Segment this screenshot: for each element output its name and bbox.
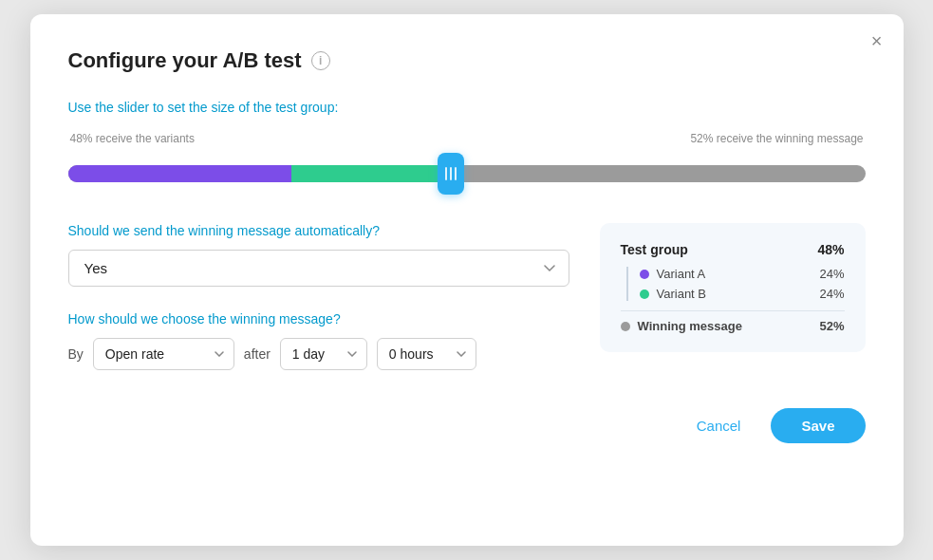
winning-value: 52%: [819, 319, 844, 333]
winning-row: By Open rate Click rate Conversion rate …: [68, 338, 569, 370]
variant-a-label: Variant A: [657, 267, 812, 281]
main-content: Should we send the winning message autom…: [68, 223, 866, 370]
variant-a-value: 24%: [819, 267, 844, 281]
slider-labels: 48% receive the variants 52% receive the…: [68, 132, 866, 145]
slider-thumb-line-3: [455, 167, 457, 180]
winning-section: How should we choose the winning message…: [68, 311, 569, 370]
info-icon[interactable]: i: [311, 51, 330, 70]
day-dropdown[interactable]: 1 day 2 days 3 days 7 days: [280, 338, 367, 370]
slider-track-container[interactable]: [68, 153, 866, 195]
test-group-label: Test group: [621, 242, 688, 257]
method-dropdown[interactable]: Open rate Click rate Conversion rate: [93, 338, 234, 370]
after-label: after: [244, 346, 271, 362]
slider-thumb[interactable]: [438, 153, 464, 195]
slider-left-label: 48% receive the variants: [70, 132, 195, 145]
variant-b-row: Variant B 24%: [628, 287, 845, 301]
save-button[interactable]: Save: [771, 408, 865, 443]
slider-fill-green: [291, 165, 451, 182]
test-group-value: 48%: [817, 242, 844, 257]
variant-a-row: Variant A 24%: [628, 267, 845, 281]
variant-b-dot: [640, 289, 649, 299]
slider-thumb-line-1: [445, 167, 447, 180]
auto-send-question: Should we send the winning message autom…: [68, 223, 569, 238]
slider-thumb-lines: [445, 167, 457, 180]
stats-card: Test group 48% Variant A 24% Variant B 2…: [600, 223, 866, 352]
right-panel: Test group 48% Variant A 24% Variant B 2…: [600, 223, 866, 370]
cancel-button[interactable]: Cancel: [681, 410, 756, 441]
slider-section: Use the slider to set the size of the te…: [68, 100, 866, 195]
dialog-title: Configure your A/B test i: [68, 48, 866, 73]
winning-question: How should we choose the winning message…: [68, 311, 569, 327]
variant-a-dot: [640, 270, 649, 279]
slider-thumb-line-2: [450, 167, 452, 180]
close-button[interactable]: ×: [871, 31, 883, 50]
slider-right-label: 52% receive the winning message: [690, 132, 863, 145]
configure-ab-test-dialog: × Configure your A/B test i Use the slid…: [30, 14, 904, 546]
slider-instruction: Use the slider to set the size of the te…: [68, 100, 866, 115]
slider-track: [68, 165, 866, 182]
slider-fill-purple: [68, 165, 291, 182]
title-text: Configure your A/B test: [68, 48, 302, 73]
winning-label: Winning message: [638, 319, 812, 333]
variant-b-label: Variant B: [657, 287, 812, 301]
left-panel: Should we send the winning message autom…: [68, 223, 569, 370]
winning-message-row: Winning message 52%: [621, 310, 845, 333]
auto-send-dropdown[interactable]: Yes No: [68, 250, 569, 287]
winning-dot: [621, 322, 630, 331]
hours-dropdown[interactable]: 0 hours 1 hours 2 hours 3 hours 6 hours …: [377, 338, 476, 370]
dialog-footer: Cancel Save: [68, 408, 866, 443]
test-group-row: Test group 48%: [621, 242, 845, 257]
by-label: By: [68, 346, 84, 362]
variant-b-value: 24%: [819, 287, 844, 301]
